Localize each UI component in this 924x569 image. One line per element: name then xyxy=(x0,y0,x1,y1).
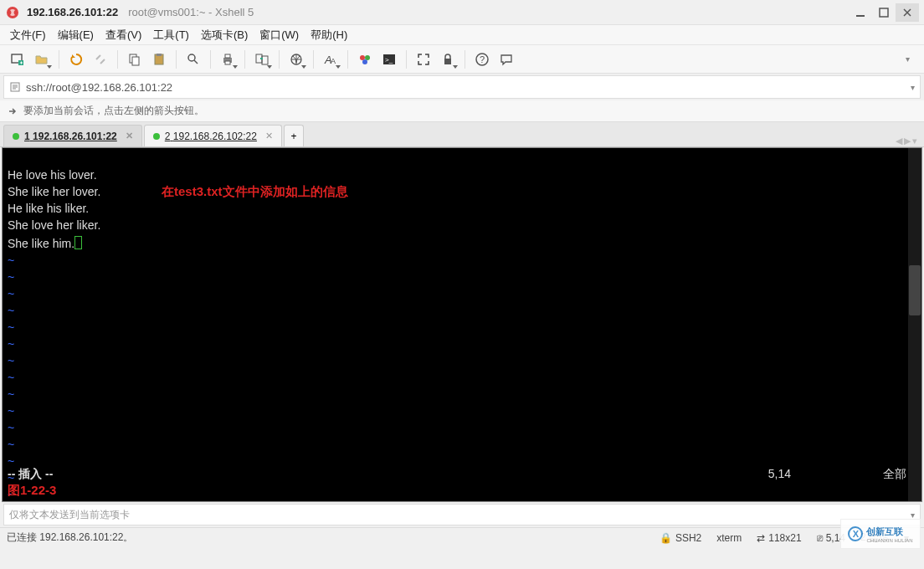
session-tab-1[interactable]: 1 192.168.26.101:22 ✕ xyxy=(3,125,142,146)
svg-point-9 xyxy=(188,54,195,61)
svg-rect-6 xyxy=(132,57,139,65)
terminal-line: She like him. xyxy=(8,237,82,250)
toolbar: AA >_ ? ▾ xyxy=(0,45,924,74)
status-connection: 已连接 192.168.26.101:22。 xyxy=(7,531,644,545)
tab-status-dot xyxy=(13,133,19,140)
svg-rect-12 xyxy=(225,61,230,64)
open-session-icon[interactable] xyxy=(31,49,53,70)
paste-icon[interactable] xyxy=(148,49,170,70)
window-title-main: 192.168.26.101:22 xyxy=(27,6,118,18)
svg-point-18 xyxy=(360,55,365,60)
terminal[interactable]: He love his lover. She like her lover. H… xyxy=(2,147,922,502)
menu-window[interactable]: 窗口(W) xyxy=(259,28,299,43)
hint-text: 要添加当前会话，点击左侧的箭头按钮。 xyxy=(23,104,204,118)
chat-icon[interactable] xyxy=(495,49,517,70)
send-placeholder: 仅将文本发送到当前选项卡 xyxy=(9,508,130,522)
address-dropdown-icon[interactable]: ▾ xyxy=(911,83,915,92)
menu-help[interactable]: 帮助(H) xyxy=(311,28,347,43)
close-button[interactable] xyxy=(896,3,919,22)
svg-text:?: ? xyxy=(480,54,485,64)
help-icon[interactable]: ? xyxy=(471,49,493,70)
svg-rect-2 xyxy=(880,8,888,17)
svg-text:A: A xyxy=(331,57,336,65)
cursor xyxy=(74,236,82,249)
hint-arrow-icon[interactable] xyxy=(7,105,18,117)
find-icon[interactable] xyxy=(182,49,204,70)
svg-point-20 xyxy=(362,59,367,64)
lock-small-icon: 🔒 xyxy=(660,532,672,544)
menu-file[interactable]: 文件(F) xyxy=(10,28,46,43)
terminal-annotation: 在test3.txt文件中添加如上的信息 xyxy=(162,183,348,199)
app-icon xyxy=(5,5,20,20)
menu-edit[interactable]: 编辑(E) xyxy=(58,28,94,43)
disconnect-icon[interactable] xyxy=(90,49,111,70)
vim-position: 5,14 xyxy=(768,466,791,482)
watermark: X 创新互联 CHUANXIN HULIAN xyxy=(840,519,921,549)
svg-text:>_: >_ xyxy=(385,56,393,64)
terminal-line: He love his lover. xyxy=(8,168,97,182)
scrollbar-thumb[interactable] xyxy=(909,265,921,315)
status-termtype: xterm xyxy=(716,532,742,544)
font-icon[interactable]: AA xyxy=(320,49,341,70)
terminal-line: He like his liker. xyxy=(8,202,89,215)
lock-icon[interactable] xyxy=(437,49,459,70)
status-bar: 已连接 192.168.26.101:22。 🔒SSH2 xterm ⇄118x… xyxy=(0,527,924,547)
vim-mode: -- 插入 -- xyxy=(8,466,53,482)
transfer-icon[interactable] xyxy=(251,49,273,70)
reconnect-icon[interactable] xyxy=(65,49,87,70)
toolbar-overflow-icon[interactable]: ▾ xyxy=(906,54,917,64)
svg-rect-11 xyxy=(225,54,230,58)
tab-strip: 1 192.168.26.101:22 ✕ 2 192.168.26.102:2… xyxy=(0,122,924,147)
print-icon[interactable] xyxy=(217,49,239,70)
watermark-brand: 创新互联 xyxy=(866,525,912,538)
shell-icon[interactable]: >_ xyxy=(378,49,400,70)
vim-scope: 全部 xyxy=(883,466,906,482)
terminal-line: She love her liker. xyxy=(8,218,100,232)
terminal-scrollbar[interactable] xyxy=(908,148,921,501)
svg-rect-14 xyxy=(262,56,268,64)
new-tab-button[interactable]: + xyxy=(284,125,304,146)
svg-rect-8 xyxy=(157,54,162,56)
new-session-icon[interactable] xyxy=(7,49,28,70)
session-tab-2[interactable]: 2 192.168.26.102:22 ✕ xyxy=(144,125,282,146)
svg-rect-23 xyxy=(444,59,451,64)
tab-status-dot xyxy=(153,133,160,140)
figure-label: 图1-22-3 xyxy=(8,482,56,498)
minimize-button[interactable] xyxy=(849,3,872,22)
svg-rect-1 xyxy=(856,15,865,17)
status-size: ⇄118x21 xyxy=(757,532,801,544)
terminal-line: She like her lover. xyxy=(8,185,100,198)
status-protocol: 🔒SSH2 xyxy=(660,532,701,544)
titlebar: 192.168.26.101:22 root@vms001:~ - Xshell… xyxy=(0,0,924,25)
maximize-button[interactable] xyxy=(872,3,896,22)
hint-bar: 要添加当前会话，点击左侧的箭头按钮。 xyxy=(0,100,924,122)
watermark-sub: CHUANXIN HULIAN xyxy=(866,538,912,543)
send-input[interactable]: 仅将文本发送到当前选项卡 ▾ xyxy=(3,504,921,525)
window-title-sub: root@vms001:~ - Xshell 5 xyxy=(128,6,254,18)
copy-icon[interactable] xyxy=(124,49,146,70)
send-dropdown-icon[interactable]: ▾ xyxy=(911,510,915,520)
tab-close-icon[interactable]: ✕ xyxy=(265,131,273,141)
tab-close-icon[interactable]: ✕ xyxy=(126,131,133,141)
svg-point-19 xyxy=(365,55,370,60)
tab-nav-arrows[interactable]: ◀▶▾ xyxy=(896,136,921,146)
window-controls xyxy=(849,3,919,22)
colors-icon[interactable] xyxy=(354,49,376,70)
menubar: 文件(F) 编辑(E) 查看(V) 工具(T) 选项卡(B) 窗口(W) 帮助(… xyxy=(0,25,924,45)
menu-view[interactable]: 查看(V) xyxy=(105,28,141,43)
address-url: ssh://root@192.168.26.101:22 xyxy=(26,81,172,94)
menu-tools[interactable]: 工具(T) xyxy=(153,28,189,43)
watermark-logo-icon: X xyxy=(848,526,863,541)
fullscreen-icon[interactable] xyxy=(413,49,434,70)
address-icon xyxy=(9,81,21,93)
globe-icon[interactable] xyxy=(285,49,307,70)
address-bar[interactable]: ssh://root@192.168.26.101:22 ▾ xyxy=(3,75,921,99)
menu-tab[interactable]: 选项卡(B) xyxy=(201,28,248,43)
